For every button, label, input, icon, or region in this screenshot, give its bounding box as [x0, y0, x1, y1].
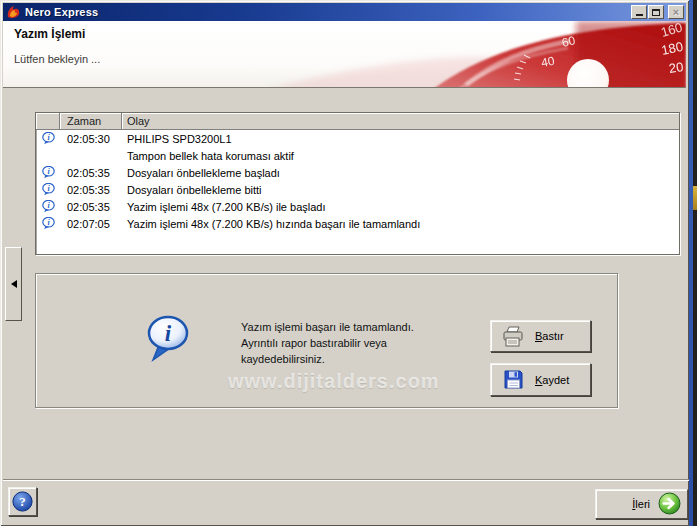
print-button[interactable]: Bastır [490, 320, 591, 352]
printer-icon [501, 326, 525, 347]
result-groupbox: i Yazım işlemi başarı ile tamamlandı. Ay… [35, 273, 618, 408]
next-button[interactable]: İleri [595, 489, 688, 519]
event-log-table[interactable]: Zaman Olay i 02:05:30 PHILIPS SPD3200L1 … [35, 112, 680, 255]
save-button-label: Kaydet [535, 374, 569, 386]
info-bubble-icon: i [36, 217, 60, 230]
close-button[interactable]: × [668, 5, 684, 19]
svg-text:20: 20 [668, 59, 684, 76]
info-bubble-icon: i [36, 200, 60, 213]
desktop-icon-fragment [693, 186, 697, 210]
minimize-button[interactable] [631, 5, 647, 19]
log-column-time[interactable]: Zaman [60, 113, 122, 130]
info-bubble-icon: i [36, 183, 60, 196]
log-event: Yazim işlemi 48x (7.200 KB/s) hızında ba… [122, 218, 679, 230]
info-bubble-icon: i [36, 132, 60, 145]
log-time: 02:07:05 [60, 218, 122, 230]
next-arrow-icon [658, 492, 681, 517]
log-row[interactable]: i 02:07:05 Yazim işlemi 48x (7.200 KB/s)… [36, 215, 679, 232]
banner: 60 40 160 180 20 Yazım İşlemi Lütfen bek… [3, 21, 686, 88]
log-event: PHILIPS SPD3200L1 [122, 133, 679, 145]
result-message-line: kaydedebilirsiniz. [241, 351, 414, 367]
result-message-line: Yazım işlemi başarı ile tamamlandı. [241, 319, 414, 335]
dial-graphic: 60 40 160 180 20 [266, 21, 686, 88]
log-column-icon[interactable] [36, 113, 60, 130]
log-row[interactable]: i 02:05:30 PHILIPS SPD3200L1 [36, 130, 679, 147]
nero-logo-icon [6, 5, 21, 19]
log-time: 02:05:35 [60, 167, 122, 179]
titlebar[interactable]: Nero Express × [3, 3, 686, 21]
svg-text:?: ? [19, 494, 26, 509]
info-balloon-icon: i [146, 315, 190, 363]
result-message-line: Ayrıntılı rapor bastırabilir veya [241, 335, 414, 351]
log-row[interactable]: Tampon bellek hata koruması aktif [36, 147, 679, 164]
floppy-disk-icon [501, 369, 525, 390]
maximize-button[interactable] [648, 5, 664, 19]
log-row[interactable]: i 02:05:35 Dosyaları önbellekleme bitti [36, 181, 679, 198]
page-title: Yazım İşlemi [14, 27, 85, 41]
log-column-event[interactable]: Olay [122, 113, 679, 130]
result-message: Yazım işlemi başarı ile tamamlandı. Ayrı… [241, 319, 414, 367]
svg-text:i: i [165, 321, 172, 346]
minimize-icon [636, 14, 643, 16]
desktop-background [693, 0, 697, 526]
help-icon: ? [12, 491, 33, 512]
status-text: Lütfen bekleyin ... [14, 53, 100, 65]
print-button-label: Bastır [535, 330, 564, 342]
log-header: Zaman Olay [36, 113, 679, 130]
footer-divider [3, 479, 689, 481]
log-event: Tampon bellek hata koruması aktif [122, 150, 679, 162]
info-bubble-icon: i [36, 166, 60, 179]
screen: Nero Express × [0, 0, 697, 526]
nero-express-window: Nero Express × [0, 0, 689, 526]
help-button[interactable]: ? [8, 487, 37, 516]
next-button-label: İleri [632, 498, 650, 510]
window-title: Nero Express [25, 6, 98, 18]
log-event: Yazim işlemi 48x (7.200 KB/s) ile başlad… [122, 201, 679, 213]
log-row[interactable]: i 02:05:35 Yazim işlemi 48x (7.200 KB/s)… [36, 198, 679, 215]
log-time: 02:05:35 [60, 184, 122, 196]
log-time: 02:05:30 [60, 133, 122, 145]
collapse-sidebar-button[interactable] [5, 247, 22, 321]
maximize-icon [652, 9, 660, 16]
log-time: 02:05:35 [60, 201, 122, 213]
close-icon: × [673, 7, 679, 18]
log-row[interactable]: i 02:05:35 Dosyaları önbellekleme başlad… [36, 164, 679, 181]
log-event: Dosyaları önbellekleme bitti [122, 184, 679, 196]
save-button[interactable]: Kaydet [490, 363, 591, 396]
log-event: Dosyaları önbellekleme başladı [122, 167, 679, 179]
svg-text:40: 40 [540, 54, 556, 70]
left-arrow-icon [11, 280, 17, 288]
